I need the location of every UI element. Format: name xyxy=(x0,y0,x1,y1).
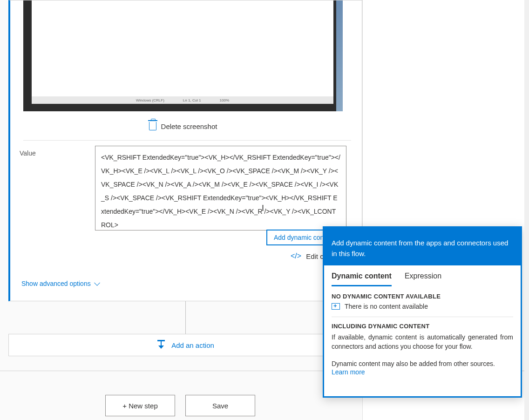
status-cursor: Ln 1, Col 1 xyxy=(183,98,201,102)
popup-body: NO DYNAMIC CONTENT AVAILABLE There is no… xyxy=(324,286,521,382)
bottom-button-row: + New step Save xyxy=(105,395,255,416)
status-encoding: Windows (CRLF) xyxy=(136,98,164,102)
action-card: Windows (CRLF) Ln 1, Col 1 100% Delete s… xyxy=(8,0,362,301)
screenshot-body xyxy=(32,0,333,103)
popup-header: Add dynamic content from the apps and co… xyxy=(324,231,521,265)
screenshot-right-edge xyxy=(336,0,343,111)
show-advanced-label: Show advanced options xyxy=(21,280,91,287)
delete-screenshot-button[interactable]: Delete screenshot xyxy=(23,117,343,135)
value-field-label: Value xyxy=(20,149,36,157)
delete-screenshot-label: Delete screenshot xyxy=(161,122,217,130)
status-zoom: 100% xyxy=(220,98,229,102)
insert-action-icon xyxy=(156,340,166,350)
no-content-heading: NO DYNAMIC CONTENT AVAILABLE xyxy=(332,293,513,300)
trash-icon xyxy=(149,122,156,130)
popup-divider xyxy=(332,317,513,317)
save-button[interactable]: Save xyxy=(185,395,255,416)
vertical-scrollbar[interactable] xyxy=(524,0,529,420)
including-heading: INCLUDING DYNAMIC CONTENT xyxy=(332,323,513,330)
other-sources-text: Dynamic content may also be added from o… xyxy=(332,360,513,367)
code-icon: </> xyxy=(291,252,301,260)
screenshot-preview: Windows (CRLF) Ln 1, Col 1 100% xyxy=(23,0,343,111)
connector-line xyxy=(185,301,186,334)
value-input[interactable]: <VK_RSHIFT ExtendedKey="true"><VK_H></VK… xyxy=(95,146,346,230)
new-step-button[interactable]: + New step xyxy=(105,395,175,416)
dynamic-content-popup: Add dynamic content from the apps and co… xyxy=(323,226,522,398)
add-action-label: Add an action xyxy=(171,341,214,349)
add-box-icon xyxy=(332,303,340,310)
tab-expression[interactable]: Expression xyxy=(405,272,441,286)
screenshot-status-bar: Windows (CRLF) Ln 1, Col 1 100% xyxy=(32,96,333,104)
add-action-button[interactable]: Add an action xyxy=(8,334,362,356)
tab-dynamic-content[interactable]: Dynamic content xyxy=(332,272,392,286)
edit-code-button[interactable]: </> Edit co xyxy=(291,252,327,260)
chevron-down-icon xyxy=(95,282,100,285)
no-content-row: There is no content available xyxy=(332,303,513,310)
popup-tab-row: Dynamic content Expression xyxy=(324,265,521,286)
add-dynamic-content-label: Add dynamic cont xyxy=(274,234,326,241)
including-text: If available, dynamic content is automat… xyxy=(332,332,513,352)
show-advanced-options-link[interactable]: Show advanced options xyxy=(21,280,100,287)
no-content-text: There is no content available xyxy=(345,303,428,310)
learn-more-link[interactable]: Learn more xyxy=(332,368,365,376)
field-divider xyxy=(23,140,351,141)
popup-header-strip xyxy=(324,228,521,231)
